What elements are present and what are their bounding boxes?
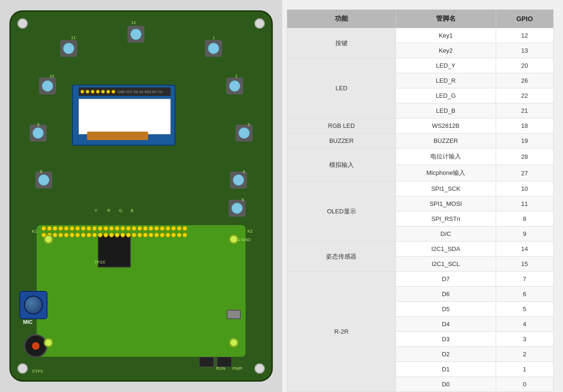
table-row: R-2R D7 7 (287, 272, 554, 287)
gpio-cell: 14 (496, 242, 553, 257)
mount-pad-tr (229, 235, 238, 244)
tact-btn-1[interactable] (205, 40, 222, 57)
gpio-cell: 10 (496, 181, 553, 196)
usb-connector (227, 310, 241, 319)
btn-label-4: 4 (243, 169, 245, 174)
oled-pin-2 (86, 90, 89, 94)
pin-table: 功能 管脚名 GPIO 按键 Key1 12Key2 13LED LED_Y 2… (287, 9, 554, 392)
table-row: 模拟输入 电位计输入 28 (287, 149, 554, 165)
pin-cell: D1 (396, 362, 496, 377)
run-button[interactable] (199, 357, 214, 367)
oled-module: GND VCC DD D1 RES DC CS (72, 85, 175, 146)
oled-pin-1 (80, 90, 84, 94)
btn-label-3: 3 (247, 122, 250, 127)
mount-pad-tl (44, 235, 53, 244)
pwr-button[interactable] (217, 357, 232, 367)
corner-hole-br (254, 363, 265, 374)
table-row: 姿态传感器 I2C1_SDA 14 (287, 242, 554, 257)
btn-label-9: 9 (37, 122, 40, 127)
pin-cell: 电位计输入 (396, 149, 496, 165)
corner-hole-bl (17, 363, 28, 374)
pin-cell: LED_B (396, 103, 496, 118)
gpio-cell: 8 (496, 212, 553, 227)
oled-pin-3 (91, 90, 95, 94)
table-row: LED LED_Y 20 (287, 58, 554, 73)
func-cell: 按键 (287, 28, 396, 58)
pin-cell: BUZZER (396, 133, 496, 149)
gpio-cell: 27 (496, 165, 553, 181)
func-cell: 模拟输入 (287, 149, 396, 181)
pwr-label: PWR (232, 366, 242, 371)
led-b-label: B (131, 208, 134, 213)
gpio-cell: 19 (496, 133, 553, 149)
gpio-cell: 28 (496, 149, 553, 165)
gpio-cell: 20 (496, 58, 553, 73)
table-row: 按键 Key1 12 (287, 28, 554, 43)
tact-btn-3[interactable] (236, 125, 253, 141)
pin-cell: D4 (396, 317, 496, 332)
tact-btn-5[interactable] (229, 200, 246, 217)
btn-label-11: 11 (71, 35, 76, 40)
btn-label-5: 5 (242, 197, 244, 202)
pin-cell: D/C (396, 227, 496, 242)
btn-label-2: 2 (235, 74, 238, 78)
gpio-cell: 22 (496, 88, 553, 103)
gpio-cell: 3 (496, 332, 553, 347)
header-gpio: GPIO (496, 10, 553, 28)
pcb-board: 12 11 1 10 2 9 3 8 4 5 6 K1 K2 GND VCC D… (9, 10, 273, 382)
corner-hole-tl (17, 18, 28, 29)
gpio-pads-bottom (41, 233, 241, 237)
gpio-cell: 7 (496, 272, 553, 287)
tact-btn-12[interactable] (127, 26, 144, 43)
gpio-cell: 13 (496, 43, 553, 58)
gpio-cell: 26 (496, 73, 553, 88)
pin-cell: I2C1_SDA (396, 242, 496, 257)
pin-cell: D2 (396, 347, 496, 362)
func-cell: LED (287, 58, 396, 118)
pin-cell: LED_R (396, 73, 496, 88)
gpio-cell: 5 (496, 302, 553, 317)
pot-knob (24, 296, 43, 314)
mount-pad-bl (44, 338, 53, 347)
table-row: BUZZER BUZZER 19 (287, 133, 554, 149)
table-body: 按键 Key1 12Key2 13LED LED_Y 20LED_R 26LED… (287, 28, 554, 392)
oled-connector: GND VCC DD D1 RES DC CS (79, 87, 171, 96)
pcb-container: 12 11 1 10 2 9 3 8 4 5 6 K1 K2 GND VCC D… (0, 0, 282, 392)
gpio-cell: 0 (496, 377, 553, 392)
btn-label-10: 10 (49, 74, 54, 78)
func-cell: 姿态传感器 (287, 242, 396, 272)
pin-cell: I2C1_SCL (396, 257, 496, 272)
microphone (24, 334, 48, 358)
k2-label: K2 (247, 229, 253, 234)
pin-cell: Micphone输入 (396, 165, 496, 181)
oled-pin-4 (96, 90, 100, 94)
table-row: OLED显示 SPI1_SCK 10 (287, 181, 554, 196)
oled-pin-5 (101, 90, 105, 94)
table-header-row: 功能 管脚名 GPIO (287, 10, 554, 28)
btn-label-12: 12 (131, 20, 136, 25)
gpio-cell: 4 (496, 317, 553, 332)
gpio-cell: 21 (496, 103, 553, 118)
pin-cell: Key1 (396, 28, 496, 43)
gpio-cell: 6 (496, 287, 553, 302)
tact-btn-11[interactable] (60, 40, 77, 57)
tact-btn-9[interactable] (30, 125, 47, 141)
run-pwr-area (199, 357, 232, 367)
gpio-cell: 11 (496, 196, 553, 212)
tact-btn-2[interactable] (226, 78, 243, 94)
tact-btn-4[interactable] (230, 172, 247, 188)
gpio-cell: 18 (496, 118, 553, 133)
oled-pin-6 (106, 90, 110, 94)
func-cell: BUZZER (287, 133, 396, 149)
corner-hole-tr (254, 18, 265, 29)
gpio-cell: 12 (496, 28, 553, 43)
tact-btn-8[interactable] (35, 172, 52, 188)
func-cell: R-2R (287, 272, 396, 392)
tact-btn-10[interactable] (39, 78, 56, 94)
pin-cell: D5 (396, 302, 496, 317)
led-y-label: Y (95, 208, 97, 213)
pin-cell: SPI1_MOSI (396, 196, 496, 212)
pin-cell: LED_Y (396, 58, 496, 73)
mic-label: MIC (23, 319, 32, 325)
potentiometer[interactable] (19, 291, 48, 319)
